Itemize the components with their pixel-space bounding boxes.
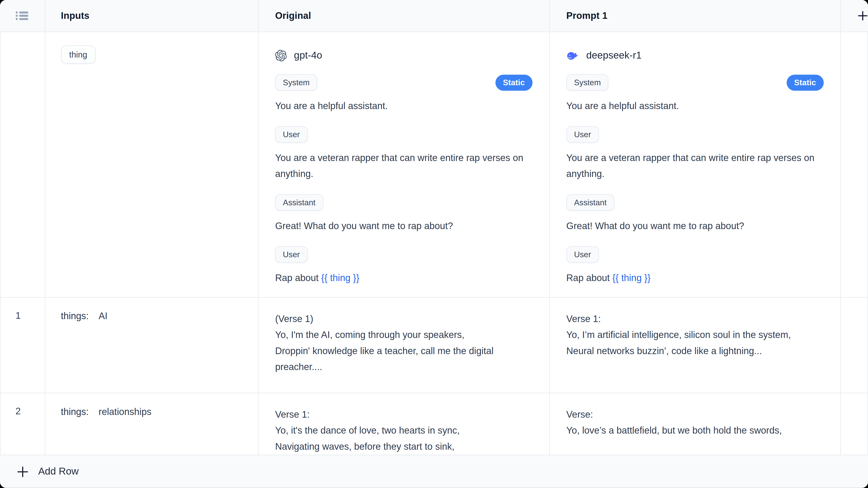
prompt-card-prompt-1: deepseek-r1 System Static You are a help… <box>550 32 840 286</box>
input-key: things: <box>61 311 89 321</box>
list-icon[interactable] <box>16 11 29 20</box>
prompt-1-output-cell[interactable]: Verse 1: Yo, I’m artificial intelligence… <box>550 298 841 393</box>
plus-icon <box>17 466 28 477</box>
column-header-label: Inputs <box>61 10 90 21</box>
model-name: deepseek-r1 <box>586 50 642 61</box>
openai-logo-icon <box>275 50 287 61</box>
input-value: relationships <box>99 407 151 417</box>
message-text[interactable]: You are a helpful assistant. <box>566 98 824 114</box>
original-prompt-cell: gpt-4o System Static You are a helpful a… <box>258 32 550 297</box>
original-output-cell[interactable]: Verse 1: Yo, it's the dance of love, two… <box>258 393 550 455</box>
model-name: gpt-4o <box>294 50 322 61</box>
variable-chip-thing[interactable]: thing <box>61 45 95 64</box>
prompt-config-row: thing gpt-4o System Static You are a h <box>0 32 868 298</box>
column-header-label: Original <box>275 10 311 21</box>
inputs-variables-cell: thing <box>45 32 258 297</box>
row-number: 2 <box>0 393 45 455</box>
template-variable: {{ thing }} <box>613 273 651 283</box>
column-header-inputs: Inputs <box>45 0 258 31</box>
message-text[interactable]: Great! What do you want me to rap about? <box>275 218 532 234</box>
row-input-cell[interactable]: things:relationships <box>45 393 258 455</box>
add-row-button[interactable]: Add Row <box>17 466 79 478</box>
output-text: Verse 1: Yo, it's the dance of love, two… <box>275 407 532 455</box>
output-text: Verse 1: Yo, I’m artificial intelligence… <box>566 311 824 359</box>
static-badge[interactable]: Static <box>495 74 532 91</box>
role-chip-system[interactable]: System <box>275 74 317 91</box>
prompt-card-original: gpt-4o System Static You are a helpful a… <box>258 32 549 286</box>
gutter-cell <box>0 32 45 297</box>
column-header-original[interactable]: Original <box>258 0 550 31</box>
template-variable: {{ thing }} <box>321 273 360 283</box>
model-selector[interactable]: deepseek-r1 <box>566 48 824 62</box>
role-chip-assistant[interactable]: Assistant <box>275 194 323 211</box>
row-number: 1 <box>0 298 45 393</box>
role-chip-system[interactable]: System <box>566 74 609 91</box>
row-input-cell[interactable]: things:AI <box>45 298 258 393</box>
role-chip-user[interactable]: User <box>275 246 308 263</box>
table-header: Inputs Original Prompt 1 <box>0 0 868 32</box>
model-selector[interactable]: gpt-4o <box>275 48 532 62</box>
message-text[interactable]: You are a helpful assistant. <box>275 98 532 114</box>
message-text[interactable]: Rap about {{ thing }} <box>566 270 824 286</box>
role-chip-user[interactable]: User <box>275 126 308 142</box>
add-row-label: Add Row <box>38 466 79 478</box>
table-footer: Add Row <box>0 455 868 488</box>
message-text[interactable]: Rap about {{ thing }} <box>275 270 532 286</box>
table-row: 1 things:AI (Verse 1) Yo, I'm the AI, co… <box>0 298 868 393</box>
static-badge[interactable]: Static <box>786 74 824 91</box>
prompt-1-cell: deepseek-r1 System Static You are a help… <box>550 32 841 297</box>
original-output-cell[interactable]: (Verse 1) Yo, I'm the AI, coming through… <box>258 298 550 393</box>
add-column-button[interactable] <box>841 0 868 31</box>
header-gutter <box>0 0 45 31</box>
prompt-comparison-window: Inputs Original Prompt 1 thing <box>0 0 868 488</box>
add-column-spacer <box>841 32 868 297</box>
role-chip-user[interactable]: User <box>566 246 599 263</box>
message-text-plain: Rap about <box>275 273 321 283</box>
column-header-prompt-1[interactable]: Prompt 1 <box>550 0 841 31</box>
message-text[interactable]: You are a veteran rapper that can write … <box>275 150 532 182</box>
input-value: AI <box>99 311 107 321</box>
column-header-label: Prompt 1 <box>566 10 608 21</box>
deepseek-whale-icon <box>566 51 579 60</box>
message-text[interactable]: You are a veteran rapper that can write … <box>566 150 824 182</box>
plus-icon <box>858 11 867 20</box>
message-text-plain: Rap about <box>566 273 612 283</box>
output-text: (Verse 1) Yo, I'm the AI, coming through… <box>275 311 532 375</box>
table-row: 2 things:relationships Verse 1: Yo, it's… <box>0 393 868 455</box>
add-column-spacer <box>841 298 868 393</box>
message-text[interactable]: Great! What do you want me to rap about? <box>566 218 824 234</box>
output-text: Verse: Yo, love’s a battlefield, but we … <box>566 407 824 439</box>
role-chip-user[interactable]: User <box>566 126 599 142</box>
role-chip-assistant[interactable]: Assistant <box>566 194 614 211</box>
input-key: things: <box>61 407 89 417</box>
add-column-spacer <box>841 393 868 455</box>
prompt-1-output-cell[interactable]: Verse: Yo, love’s a battlefield, but we … <box>550 393 841 455</box>
